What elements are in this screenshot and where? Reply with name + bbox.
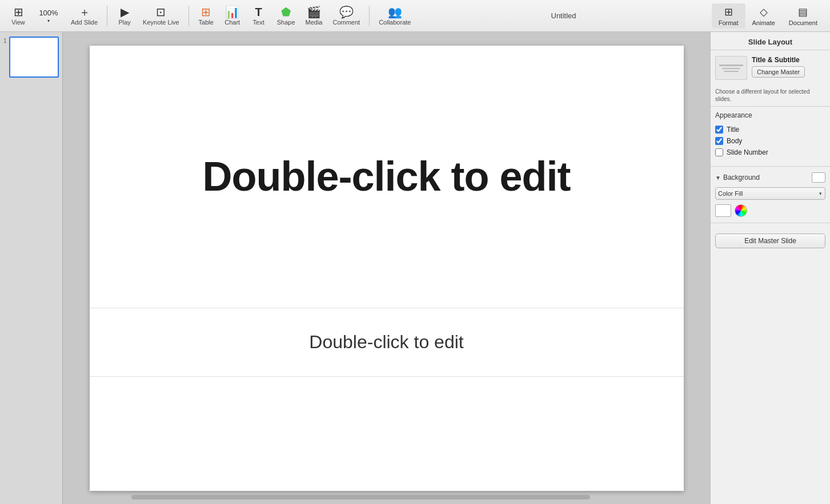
collaborate-button[interactable]: 👥 Collaborate <box>374 4 415 28</box>
view-icon: ⊞ <box>14 6 23 18</box>
keynote-live-icon: ⊡ <box>156 6 166 18</box>
view-label: View <box>11 19 25 26</box>
thumb-line-1 <box>719 64 743 66</box>
layout-name: Title & Subtitle <box>752 56 825 64</box>
document-icon: ▤ <box>798 6 808 18</box>
slide-panel: 1 <box>0 32 63 504</box>
text-label: Text <box>253 19 264 26</box>
slide-title-text[interactable]: Double-click to edit <box>202 153 570 200</box>
text-icon: T <box>255 6 262 18</box>
layout-preview-section: Title & Subtitle Change Master <box>711 50 830 86</box>
section-divider-2 <box>711 223 830 223</box>
app-title: Untitled <box>418 11 709 20</box>
play-button[interactable]: ▶ Play <box>112 4 137 28</box>
comment-label: Comment <box>332 19 360 26</box>
shape-icon: ⬟ <box>281 6 291 18</box>
body-checkbox[interactable] <box>715 137 723 145</box>
change-master-button[interactable]: Change Master <box>752 66 805 78</box>
comment-icon: 💬 <box>339 6 354 18</box>
text-button[interactable]: T Text <box>246 4 271 28</box>
media-icon: 🎬 <box>307 6 321 18</box>
toolbar-right-group: ⊞ Format ◇ Animate ▤ Document <box>712 3 824 29</box>
chart-button[interactable]: 📊 Chart <box>220 4 245 28</box>
body-checkbox-row: Body <box>715 135 825 147</box>
chart-label: Chart <box>224 19 240 26</box>
color-preview-row <box>711 202 830 219</box>
toolbar-playback-group: ▶ Play ⊡ Keynote Live <box>112 4 184 28</box>
title-checkbox-row: Title <box>715 124 825 135</box>
color-fill-row: Color Fill ▾ <box>711 185 830 202</box>
title-checkbox[interactable] <box>715 126 723 134</box>
slide-subtitle-area[interactable]: Double-click to edit <box>90 308 684 377</box>
toolbar-sep-3 <box>369 6 370 26</box>
zoom-chevron-icon: ▾ <box>47 18 50 23</box>
play-icon: ▶ <box>121 6 129 18</box>
media-button[interactable]: 🎬 Media <box>301 4 327 28</box>
slide-number-checkbox-label: Slide Number <box>727 148 768 156</box>
slide-number: 1 <box>3 38 7 44</box>
color-preview-box[interactable] <box>715 204 731 217</box>
appearance-section: Title Body Slide Number <box>711 122 830 163</box>
table-icon: ⊞ <box>201 6 211 18</box>
body-checkbox-label: Body <box>727 137 742 145</box>
zoom-button[interactable]: 100% ▾ <box>32 6 65 26</box>
background-header-row: ▼ Background <box>711 170 830 185</box>
format-icon: ⊞ <box>724 6 733 18</box>
animate-button[interactable]: ◇ Animate <box>745 3 782 29</box>
slide-title-area[interactable]: Double-click to edit <box>90 46 684 308</box>
shape-label: Shape <box>277 19 295 26</box>
play-label: Play <box>118 19 130 26</box>
zoom-value: 100% <box>39 9 58 17</box>
toolbar-insert-group: ⊞ Table 📊 Chart T Text ⬟ Shape 🎬 Media 💬… <box>194 4 364 28</box>
animate-icon: ◇ <box>760 6 768 18</box>
canvas-scrollbar[interactable] <box>131 495 590 499</box>
format-label: Format <box>719 19 739 26</box>
title-checkbox-label: Title <box>727 126 739 134</box>
add-slide-label: Add Slide <box>71 19 98 26</box>
add-slide-icon: ＋ <box>79 6 90 18</box>
edit-master-button[interactable]: Edit Master Slide <box>715 233 825 248</box>
toolbar-sep-2 <box>189 6 189 26</box>
collaborate-icon: 👥 <box>388 6 402 18</box>
tooltip-hint: Choose a different layout for selected s… <box>711 86 830 107</box>
keynote-live-label: Keynote Live <box>143 19 179 26</box>
right-panel-title: Slide Layout <box>711 32 830 50</box>
color-fill-select[interactable]: Color Fill <box>715 187 825 200</box>
appearance-header: Appearance <box>711 107 830 122</box>
toolbar: ⊞ View 100% ▾ ＋ Add Slide ▶ Play ⊡ Keyno… <box>0 0 830 32</box>
layout-thumbnail <box>715 56 747 80</box>
document-button[interactable]: ▤ Document <box>782 3 824 29</box>
format-button[interactable]: ⊞ Format <box>712 3 745 29</box>
layout-info: Title & Subtitle Change Master <box>752 56 825 78</box>
background-label: Background <box>723 174 760 182</box>
collapse-icon: ▼ <box>715 175 721 181</box>
slide-number-checkbox-row: Slide Number <box>715 147 825 158</box>
toolbar-left-group: ⊞ View 100% ▾ ＋ Add Slide <box>6 4 102 28</box>
shape-button[interactable]: ⬟ Shape <box>272 4 300 28</box>
table-label: Table <box>199 19 214 26</box>
animate-label: Animate <box>752 19 775 26</box>
toolbar-collaborate-group: 👥 Collaborate <box>374 4 415 28</box>
slide-thumbnail-1[interactable] <box>9 37 59 78</box>
media-label: Media <box>306 19 323 26</box>
slide-number-checkbox[interactable] <box>715 148 723 156</box>
keynote-live-button[interactable]: ⊡ Keynote Live <box>138 4 184 28</box>
right-panel: Slide Layout Title & Subtitle Change Mas… <box>710 32 830 504</box>
table-button[interactable]: ⊞ Table <box>194 4 219 28</box>
canvas-area: Double-click to edit Double-click to edi… <box>63 32 710 504</box>
section-divider <box>711 166 830 167</box>
thumb-line-3 <box>724 71 738 72</box>
add-slide-button[interactable]: ＋ Add Slide <box>66 4 102 28</box>
comment-button[interactable]: 💬 Comment <box>328 4 364 28</box>
collaborate-label: Collaborate <box>379 19 411 26</box>
toolbar-sep-1 <box>107 6 107 26</box>
document-label: Document <box>789 19 817 26</box>
thumb-line-2 <box>722 68 740 69</box>
background-color-swatch[interactable] <box>812 172 825 183</box>
main-layout: 1 Double-click to edit Double-click to e… <box>0 32 830 504</box>
color-picker-icon[interactable] <box>735 204 747 217</box>
slide-subtitle-text[interactable]: Double-click to edit <box>309 332 463 353</box>
view-button[interactable]: ⊞ View <box>6 4 31 28</box>
slide-canvas[interactable]: Double-click to edit Double-click to edi… <box>90 46 684 491</box>
chart-icon: 📊 <box>225 6 239 18</box>
